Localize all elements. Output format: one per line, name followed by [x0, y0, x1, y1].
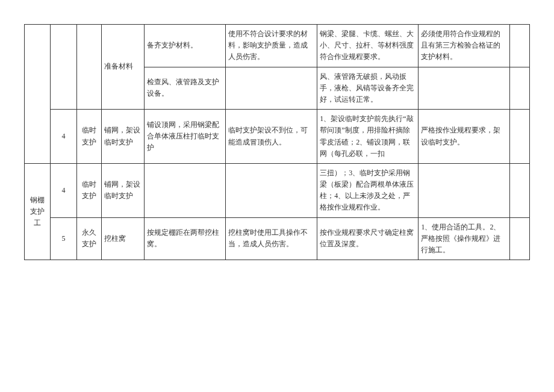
cell-number: 4 — [51, 163, 76, 217]
cell-number: 5 — [51, 217, 76, 260]
table-row: 5永久支护挖柱窝按规定棚距在两帮挖柱窝。挖柱窝时使用工具操作不当，造成人员伤害。… — [25, 217, 530, 260]
cell-phase — [76, 25, 101, 110]
cell-job — [25, 25, 51, 164]
cell-hazard: 临时支护架设不到位，可能造成冒顶伤人。 — [226, 110, 317, 164]
cell-desc: 铺设顶网，采用钢梁配合单体液压柱打临时支护 — [144, 110, 226, 164]
table-row: 准备材料备齐支护材料。使用不符合设计要求的材料，影响支护质量，造成人员伤害。钢梁… — [25, 25, 530, 67]
cell-hazard — [226, 163, 317, 217]
cell-job: 钢棚支护工 — [25, 163, 51, 260]
cell-measure — [419, 163, 510, 217]
cell-hazard: 挖柱窝时使用工具操作不当，造成人员伤害。 — [226, 217, 317, 260]
table-row: 钢棚支护工4临时支护铺网，架设临时支护三扭）；3、临时支护采用钢梁（板梁）配合两… — [25, 163, 530, 217]
cell-phase: 临时支护 — [76, 163, 101, 217]
cell-standard: 1、架设临时支护前先执行“敲帮问顶”制度，用排险杆摘除零皮活碴；2、铺设顶网，联… — [317, 110, 419, 164]
table-row: 4临时支护铺网，架设临时支护铺设顶网，采用钢梁配合单体液压柱打临时支护临时支护架… — [25, 110, 530, 164]
cell-hazard: 使用不符合设计要求的材料，影响支护质量，造成人员伤害。 — [226, 25, 317, 67]
job-hazard-table: 准备材料备齐支护材料。使用不符合设计要求的材料，影响支护质量，造成人员伤害。钢梁… — [24, 24, 530, 260]
cell-last — [510, 217, 530, 260]
cell-standard: 钢梁、梁腿、卡缆、螺丝、大小、尺寸、拉杆、等材料强度符合作业规程要求。 — [317, 25, 419, 67]
cell-step: 铺网，架设临时支护 — [102, 110, 145, 164]
cell-last — [510, 110, 530, 164]
cell-hazard — [226, 67, 317, 110]
cell-last — [510, 67, 530, 110]
cell-last — [510, 163, 530, 217]
cell-measure: 必须使用符合作业规程的且有第三方检验合格证的支护材料。 — [419, 25, 510, 67]
cell-standard: 按作业规程要求尺寸确定柱窝位置及深度。 — [317, 217, 419, 260]
cell-step: 铺网，架设临时支护 — [102, 163, 145, 217]
cell-desc: 按规定棚距在两帮挖柱窝。 — [144, 217, 226, 260]
cell-step: 挖柱窝 — [102, 217, 145, 260]
cell-standard: 风、液管路无破损，风动扳手，液枪、风镐等设备齐全完好，试运转正常。 — [317, 67, 419, 110]
cell-measure: 严格按作业规程要求，架设临时支护。 — [419, 110, 510, 164]
cell-phase: 永久支护 — [76, 217, 101, 260]
cell-phase: 临时支护 — [76, 110, 101, 164]
cell-standard: 三扭）；3、临时支护采用钢梁（板梁）配合两根单体液压柱；4、以上未涉及之处，严格… — [317, 163, 419, 217]
cell-desc: 检查风、液管路及支护设备。 — [144, 67, 226, 110]
cell-number: 4 — [51, 110, 76, 164]
cell-desc: 备齐支护材料。 — [144, 25, 226, 67]
cell-measure — [419, 67, 510, 110]
cell-last — [510, 25, 530, 67]
cell-step: 准备材料 — [102, 25, 145, 110]
cell-desc — [144, 163, 226, 217]
document-page: 准备材料备齐支护材料。使用不符合设计要求的材料，影响支护质量，造成人员伤害。钢梁… — [0, 0, 554, 392]
cell-measure: 1、使用合适的工具。2、严格按照《操作规程》进行施工。 — [419, 217, 510, 260]
cell-number — [51, 25, 76, 110]
